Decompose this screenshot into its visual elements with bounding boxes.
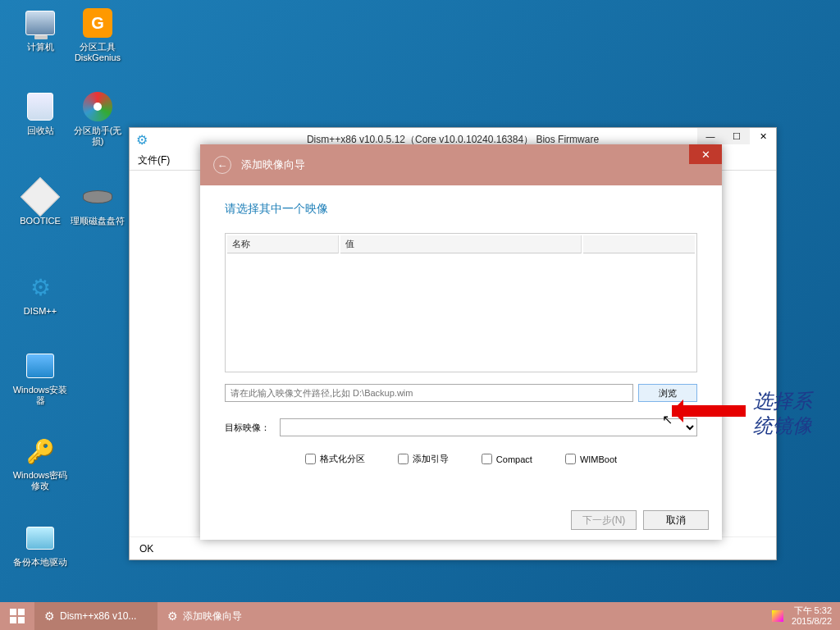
- drive-icon: [26, 527, 54, 550]
- dialog-close-button[interactable]: ✕: [689, 144, 722, 164]
- gear-icon: ⚙: [44, 609, 55, 623]
- dialog-titlebar[interactable]: ← 添加映像向导 ✕: [200, 144, 722, 185]
- svg-rect-3: [18, 617, 25, 623]
- desktop-icon-diskgenius[interactable]: G分区工具 DiskGenius: [69, 7, 126, 63]
- svg-rect-1: [18, 609, 25, 615]
- icon-label: Windows密码修改: [11, 470, 69, 491]
- system-tray[interactable]: 下午 5:32 2015/8/22: [764, 602, 840, 630]
- taskbar: ⚙Dism++x86 v10... ⚙添加映像向导 下午 5:32 2015/8…: [0, 602, 840, 630]
- add-image-wizard-dialog: ← 添加映像向导 ✕ 请选择其中一个映像 名称 值 浏览 目标映像： 格式化分区…: [200, 144, 722, 540]
- minimize-button[interactable]: —: [697, 128, 724, 144]
- svg-rect-2: [10, 617, 16, 623]
- gear-icon: ⚙: [24, 271, 57, 304]
- menu-file[interactable]: 文件(F): [138, 153, 170, 167]
- desktop-icon-backupdrv[interactable]: 备份本地驱动: [11, 522, 69, 568]
- desktop-icon-recycle[interactable]: 回收站: [11, 90, 69, 136]
- icon-label: 备份本地驱动: [11, 557, 69, 568]
- desktop-icon-bootice[interactable]: BOOTICE: [11, 180, 69, 226]
- icon-label: BOOTICE: [11, 216, 69, 226]
- next-button[interactable]: 下一步(N): [571, 510, 637, 530]
- image-path-input[interactable]: [225, 384, 633, 402]
- bootice-icon: [21, 177, 60, 217]
- checkbox-wimboot[interactable]: WIMBoot: [565, 453, 617, 465]
- windows-icon: [10, 609, 25, 623]
- col-name[interactable]: 名称: [227, 235, 339, 253]
- maximize-button[interactable]: ☐: [724, 128, 750, 144]
- taskbar-item-label: 添加映像向导: [183, 609, 242, 623]
- taskbar-item-wizard[interactable]: ⚙添加映像向导: [158, 602, 281, 630]
- dialog-title: 添加映像向导: [241, 158, 305, 172]
- image-table[interactable]: 名称 值: [225, 233, 697, 372]
- tray-icon[interactable]: [772, 610, 783, 622]
- checkbox-addboot-input[interactable]: [398, 454, 409, 464]
- section-title: 请选择其中一个映像: [225, 202, 697, 217]
- desktop-icon-winpwd[interactable]: 🔑Windows密码修改: [11, 435, 69, 491]
- icon-label: 计算机: [11, 42, 69, 52]
- status-text: OK: [139, 543, 153, 555]
- installer-icon: [26, 354, 54, 378]
- col-blank: [583, 235, 695, 253]
- cancel-button[interactable]: 取消: [643, 510, 709, 530]
- checkbox-format-input[interactable]: [305, 454, 316, 464]
- table-body-empty: [227, 255, 695, 370]
- icon-label: 理顺磁盘盘符: [69, 216, 126, 226]
- statusbar: OK: [130, 536, 776, 559]
- computer-icon: [25, 11, 55, 35]
- cd-icon: [83, 92, 112, 121]
- col-value[interactable]: 值: [340, 235, 582, 253]
- icon-label: 回收站: [11, 126, 69, 136]
- taskbar-item-label: Dism++x86 v10...: [60, 610, 136, 622]
- key-icon: 🔑: [24, 435, 57, 468]
- desktop-icon-partassist[interactable]: 分区助手(无损): [69, 90, 126, 147]
- checkbox-format[interactable]: 格式化分区: [305, 453, 365, 465]
- annotation-arrow: [672, 405, 746, 417]
- checkbox-compact[interactable]: Compact: [482, 453, 532, 465]
- icon-label: 分区工具 DiskGenius: [69, 42, 126, 63]
- close-button[interactable]: ✕: [750, 128, 776, 144]
- icon-label: 分区助手(无损): [69, 126, 126, 147]
- recycle-icon: [27, 93, 53, 121]
- disk-icon: [83, 190, 112, 203]
- diskgenius-icon: G: [83, 8, 112, 38]
- taskbar-item-dism[interactable]: ⚙Dism++x86 v10...: [34, 602, 158, 630]
- desktop-icon-diskorder[interactable]: 理顺磁盘盘符: [69, 180, 126, 226]
- gear-icon: ⚙: [167, 609, 178, 623]
- checkbox-wimboot-input[interactable]: [565, 454, 576, 464]
- start-button[interactable]: [0, 602, 34, 630]
- checkbox-compact-input[interactable]: [482, 454, 492, 464]
- target-label: 目标映像：: [225, 422, 270, 434]
- target-select[interactable]: [280, 418, 697, 436]
- icon-label: DISM++: [11, 306, 69, 317]
- annotation-text: 选择系 统镜像: [753, 389, 812, 438]
- tray-clock[interactable]: 下午 5:32 2015/8/22: [792, 605, 832, 627]
- app-gear-icon: ⚙: [136, 132, 148, 148]
- checkbox-addboot[interactable]: 添加引导: [398, 453, 449, 465]
- desktop-icon-computer[interactable]: 计算机: [11, 7, 69, 52]
- back-button[interactable]: ←: [213, 156, 231, 174]
- icon-label: Windows安装器: [11, 385, 69, 406]
- desktop-icon-dism[interactable]: ⚙DISM++: [11, 271, 69, 317]
- desktop-icon-wininstaller[interactable]: Windows安装器: [11, 349, 69, 406]
- svg-rect-0: [10, 609, 16, 615]
